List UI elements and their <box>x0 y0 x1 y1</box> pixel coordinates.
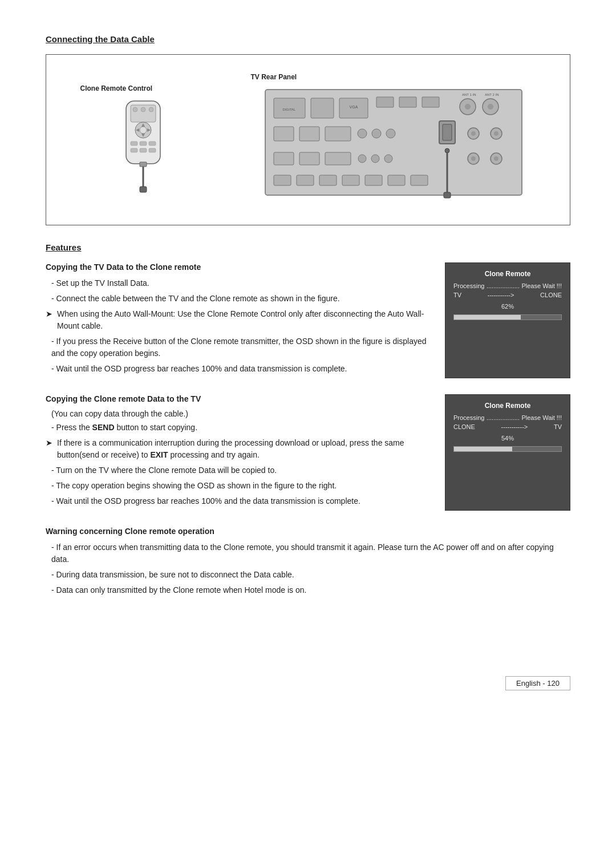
svg-rect-35 <box>274 127 294 141</box>
svg-point-30 <box>465 104 471 110</box>
svg-rect-63 <box>342 175 359 185</box>
tv-section: TV Rear Panel DIGITAL VGA ANT 1 <box>251 73 536 207</box>
osd1-to: CLONE <box>540 292 562 298</box>
svg-point-40 <box>386 129 395 138</box>
section1-bullet-4: Wait until the OSD progress bar reaches … <box>46 363 433 375</box>
svg-point-59 <box>494 156 499 161</box>
svg-point-47 <box>471 131 476 136</box>
osd2-arrow-row: CLONE -----------> TV <box>453 423 562 430</box>
osd1-arrow-row: TV -----------> CLONE <box>453 292 562 298</box>
svg-rect-13 <box>149 142 156 145</box>
section1-block: Copying the TV Data to the Clone remote … <box>46 262 570 378</box>
section1-title: Copying the TV Data to the Clone remote <box>46 262 433 272</box>
svg-rect-36 <box>299 127 319 141</box>
svg-rect-28 <box>422 97 439 107</box>
osd1-processing-row: Processing ................... Please Wa… <box>453 282 562 289</box>
osd2-title: Clone Remote <box>453 402 562 410</box>
svg-rect-50 <box>274 152 294 165</box>
osd1-please-wait: Please Wait !!! <box>521 282 562 289</box>
svg-rect-61 <box>297 175 314 185</box>
remote-label: Clone Remote Control <box>80 84 153 92</box>
osd1-arrow: -----------> <box>488 292 514 298</box>
svg-rect-45 <box>444 192 451 198</box>
section2-text: Copying the Clone remote Data to the TV … <box>46 394 433 511</box>
section2-title: Copying the Clone remote Data to the TV <box>46 394 433 403</box>
warning-section: Warning concerning Clone remote operatio… <box>46 527 570 596</box>
section3-bullet-2: During data transmission, be sure not to… <box>46 569 570 581</box>
section2-bullet-4: Wait until the OSD progress bar reaches … <box>46 495 433 507</box>
svg-rect-51 <box>299 152 319 165</box>
section3-bullet-3: Data can only transmitted by the Clone r… <box>46 584 570 596</box>
osd2-to: TV <box>554 423 562 430</box>
svg-rect-17 <box>140 162 147 167</box>
svg-point-4 <box>149 107 153 112</box>
svg-rect-27 <box>399 97 416 107</box>
osd2-from: CLONE <box>453 423 475 430</box>
osd1-title: Clone Remote <box>453 270 562 278</box>
osd2-dots: ................... <box>487 414 520 421</box>
svg-rect-37 <box>325 127 351 141</box>
svg-rect-52 <box>325 152 351 165</box>
section1-bullet-1: Set up the TV Install Data. <box>46 277 433 289</box>
svg-rect-23 <box>311 98 334 118</box>
section1-bullet-3: If you press the Receive button of the C… <box>46 335 433 359</box>
svg-rect-65 <box>388 175 405 185</box>
osd2-processing: Processing <box>453 414 484 421</box>
svg-point-2 <box>133 107 137 112</box>
section2-arrow-1: If there is a communication interruption… <box>46 437 433 461</box>
remote-svg <box>115 98 172 195</box>
tv-label: TV Rear Panel <box>251 73 297 81</box>
osd1-progress-bar <box>453 314 562 320</box>
svg-rect-15 <box>140 148 147 152</box>
section3-title: Warning concerning Clone remote operatio… <box>46 527 570 536</box>
diagram-box: Clone Remote Control <box>46 54 570 225</box>
features-title: Features <box>46 242 570 252</box>
section2-subtitle: (You can copy data through the cable.) <box>46 409 433 418</box>
svg-text:DIGITAL: DIGITAL <box>282 108 296 111</box>
svg-text:ANT 1 IN: ANT 1 IN <box>462 93 476 96</box>
svg-point-55 <box>384 155 392 163</box>
svg-rect-42 <box>443 124 452 140</box>
section1-bullet-2: Connect the cable between the TV and the… <box>46 293 433 305</box>
svg-rect-26 <box>376 97 394 107</box>
svg-rect-16 <box>149 148 156 152</box>
osd-box-2: Clone Remote Processing ................… <box>445 394 570 511</box>
svg-point-6 <box>140 127 147 134</box>
osd1-processing: Processing <box>453 282 484 289</box>
svg-rect-66 <box>411 175 428 185</box>
osd2-progress-fill <box>454 447 512 451</box>
svg-rect-60 <box>274 175 291 185</box>
section2-bullet-3: The copy operation begins showing the OS… <box>46 480 433 492</box>
osd1-progress-fill <box>454 315 521 320</box>
section1-text: Copying the TV Data to the Clone remote … <box>46 262 433 378</box>
osd-box-1: Clone Remote Processing ................… <box>445 262 570 378</box>
osd2-processing-row: Processing ................... Please Wa… <box>453 414 562 421</box>
svg-point-49 <box>494 131 499 136</box>
section2-bullet-2: Turn on the TV where the Clone remote Da… <box>46 464 433 476</box>
osd2-arrow: -----------> <box>501 423 528 430</box>
svg-rect-11 <box>131 142 137 145</box>
svg-point-57 <box>471 156 476 161</box>
svg-rect-14 <box>131 148 137 152</box>
svg-point-53 <box>358 155 366 163</box>
svg-point-54 <box>371 155 379 163</box>
svg-rect-62 <box>319 175 337 185</box>
section3-bullet-1: If an error occurs when transmitting dat… <box>46 541 570 565</box>
svg-rect-19 <box>140 187 147 192</box>
svg-point-43 <box>445 148 449 153</box>
remote-section: Clone Remote Control <box>80 84 206 195</box>
section1-arrow-1: When using the Auto Wall-Mount: Use the … <box>46 308 433 332</box>
svg-text:VGA: VGA <box>349 105 358 109</box>
svg-point-32 <box>488 104 493 110</box>
page-title: Connecting the Data Cable <box>46 34 570 44</box>
osd1-from: TV <box>453 292 461 298</box>
osd1-percent: 62% <box>453 303 562 310</box>
page-footer: English - 120 <box>505 676 570 690</box>
osd1-dots: ................... <box>487 282 520 289</box>
tv-rear-panel-svg: DIGITAL VGA ANT 1 IN ANT 2 IN <box>262 87 525 207</box>
svg-point-38 <box>358 129 367 138</box>
svg-rect-64 <box>365 175 382 185</box>
osd2-progress-bar <box>453 446 562 452</box>
svg-point-39 <box>372 129 381 138</box>
svg-point-3 <box>141 107 145 112</box>
